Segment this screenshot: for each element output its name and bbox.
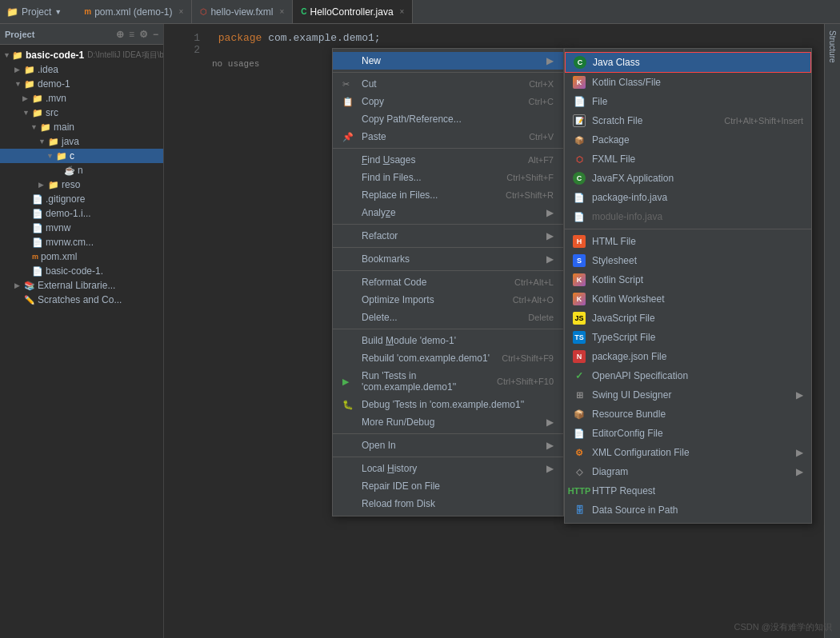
tree-item-mvnw-cmd[interactable]: 📄 mvnw.cm... [0,235,163,249]
project-dropdown[interactable]: 📁 Project ▼ [6,6,62,18]
submenu-item-diagram[interactable]: ◇ Diagram ▶ [565,462,811,481]
sidebar-toolbar: ⊕ ≡ ⚙ − [116,29,158,40]
submenu-item-ts[interactable]: TS TypeScript File [565,328,811,347]
submenu-item-file[interactable]: 📄 File [565,92,811,111]
submenu-item-kotlin-worksheet[interactable]: K Kotlin Worksheet [565,289,811,309]
menu-item-copy-path[interactable]: Copy Path/Reference... [333,110,563,128]
sidebar-icon-scope[interactable]: ⊕ [116,29,124,40]
menu-item-local-history[interactable]: Local History ▶ [333,460,563,477]
submenu-item-editorconfig[interactable]: 📄 EditorConfig File [565,424,811,443]
tree-item-main[interactable]: ▼ 📁 main [0,120,163,134]
tree-item-demo1-iml[interactable]: 📄 demo-1.i... [0,206,163,221]
tree-item-c[interactable]: ▼ 📁 c [0,149,163,163]
paste-shortcut: Ctrl+V [529,132,554,142]
tree-item-mvn[interactable]: ▶ 📁 .mvn [0,91,163,106]
right-tab: Structure [824,24,840,638]
tree-item-basic-code-file[interactable]: 📄 basic-code-1. [0,264,163,278]
menu-item-copy[interactable]: 📋 Copy Ctrl+C [333,93,563,110]
tab-fxml-close[interactable]: × [279,7,284,16]
tree-item-gitignore[interactable]: 📄 .gitignore [0,192,163,206]
submenu-item-pkginfo[interactable]: 📄 package-info.java [565,188,811,207]
tree-item-demo1[interactable]: ▼ 📁 demo-1 [0,77,163,91]
submenu-item-fxml[interactable]: ⬡ FXML File [565,150,811,169]
submenu-item-java-class[interactable]: C Java Class [565,52,811,73]
menu-item-more-run[interactable]: More Run/Debug ▶ [333,413,563,431]
submenu-item-package[interactable]: 📦 Package [565,130,811,150]
submenu-item-openapi[interactable]: ✓ OpenAPI Specification [565,366,811,385]
debug-icon: 🐛 [342,400,357,410]
menu-item-analyze[interactable]: Analyze ▶ [333,204,563,221]
tree-item-src[interactable]: ▼ 📁 src [0,106,163,120]
tab-controller[interactable]: C HelloController.java × [293,0,413,23]
menu-item-rebuild[interactable]: Rebuild 'com.example.demo1' Ctrl+Shift+F… [333,349,563,367]
menu-item-paste[interactable]: 📌 Paste Ctrl+V [333,128,563,146]
ts-label: TypeScript File [592,332,655,343]
submenu-item-http[interactable]: HTTP HTTP Request [565,481,811,500]
submenu-item-scratch[interactable]: 📝 Scratch File Ctrl+Alt+Shift+Insert [565,111,811,130]
tab-fxml[interactable]: ⬡ hello-view.fxml × [192,0,293,23]
tree-item-scratches[interactable]: ✏️ Scratches and Co... [0,293,163,307]
submenu-item-kotlin-class[interactable]: K Kotlin Class/File [565,73,811,92]
menu-item-find-usages[interactable]: Find Usages Alt+F7 [333,151,563,169]
submenu-item-xml-config[interactable]: ⚙ XML Configuration File ▶ [565,443,811,462]
sidebar-icon-layout[interactable]: ≡ [129,29,134,40]
menu-item-debug-tests[interactable]: 🐛 Debug 'Tests in 'com.example.demo1'' [333,396,563,413]
tree-label: basic-code-1 [26,50,84,61]
menu-item-replace-files[interactable]: Replace in Files... Ctrl+Shift+R [333,186,563,204]
tab-pom[interactable]: m pom.xml (demo-1) × [76,0,192,23]
http-label: HTTP Request [592,485,655,496]
submenu-item-html[interactable]: H HTML File [565,232,811,251]
ts-icon: TS [573,331,586,344]
sidebar-icon-settings[interactable]: ⚙ [139,29,148,40]
analyze-arrow: ▶ [546,207,554,218]
submenu-item-moduleinfo[interactable]: 📄 module-info.java [565,207,811,226]
submenu-item-javafx[interactable]: C JavaFX Application [565,169,811,188]
context-menu: New ▶ ✂ Cut Ctrl+X 📋 Copy Ctrl+C Copy Pa… [332,48,564,516]
tree-item-n[interactable]: ☕ n [0,163,163,177]
menu-item-run-tests[interactable]: ▶ Run 'Tests in 'com.example.demo1'' Ctr… [333,367,563,396]
tab-controller-close[interactable]: × [400,7,405,16]
package-name: com.example.demo1; [268,32,380,44]
menu-item-bookmarks[interactable]: Bookmarks ▶ [333,250,563,268]
package-label: Package [592,134,630,146]
menu-item-delete-label: Delete... [362,312,528,323]
find-files-shortcut: Ctrl+Shift+F [506,173,554,182]
tab-pom-close[interactable]: × [179,7,184,16]
menu-item-reload[interactable]: Reload from Disk [333,495,563,512]
menu-item-repair[interactable]: Repair IDE on File [333,477,563,495]
menu-item-find-files-label: Find in Files... [362,172,506,183]
menu-item-open-in[interactable]: Open In ▶ [333,437,563,454]
folder-icon: 📁 [24,65,35,75]
menu-item-delete[interactable]: Delete... Delete [333,309,563,326]
menu-item-reformat[interactable]: Reformat Code Ctrl+Alt+L [333,273,563,291]
menu-item-build-module[interactable]: Build Module 'demo-1' [333,332,563,349]
resource-icon: 📦 [573,408,586,421]
menu-item-optimize[interactable]: Optimize Imports Ctrl+Alt+O [333,291,563,309]
menu-sep-8 [333,457,563,457]
more-run-arrow: ▶ [546,417,554,428]
tree-item-idea[interactable]: ▶ 📁 .idea [0,62,163,77]
menu-item-cut[interactable]: ✂ Cut Ctrl+X [333,75,563,93]
tree-item-reso[interactable]: ▶ 📁 reso [0,177,163,192]
submenu-item-swing[interactable]: ⊞ Swing UI Designer ▶ [565,385,811,405]
submenu-item-datasource[interactable]: 🗄 Data Source in Path [565,500,811,520]
submenu-item-pkgjson[interactable]: N package.json File [565,347,811,366]
kotlin-script-icon: K [573,273,586,286]
submenu-item-stylesheet[interactable]: S Stylesheet [565,251,811,270]
submenu-sep-1 [565,229,811,229]
tree-item-external-libs[interactable]: ▶ 📚 External Librarie... [0,278,163,293]
submenu-item-js[interactable]: JS JavaScript File [565,309,811,328]
tree-item-pom[interactable]: m pom.xml [0,249,163,264]
tree-item-mvnw[interactable]: 📄 mvnw [0,221,163,235]
menu-item-new[interactable]: New ▶ [333,52,563,70]
submenu-item-resource[interactable]: 📦 Resource Bundle [565,405,811,424]
tree-item-basic-code[interactable]: ▼ 📁 basic-code-1 D:\IntelliJ IDEA项目\basi… [0,48,163,62]
sidebar-icon-minimize[interactable]: − [153,29,158,40]
tree-item-java[interactable]: ▼ 📁 java [0,134,163,149]
menu-item-find-files[interactable]: Find in Files... Ctrl+Shift+F [333,169,563,186]
editor-tabs: m pom.xml (demo-1) × ⬡ hello-view.fxml ×… [76,0,834,23]
submenu-item-kotlin-script[interactable]: K Kotlin Script [565,270,811,289]
diagram-label: Diagram [592,466,628,477]
menu-item-refactor[interactable]: Refactor ▶ [333,227,563,245]
structure-tab[interactable]: Structure [828,24,837,70]
